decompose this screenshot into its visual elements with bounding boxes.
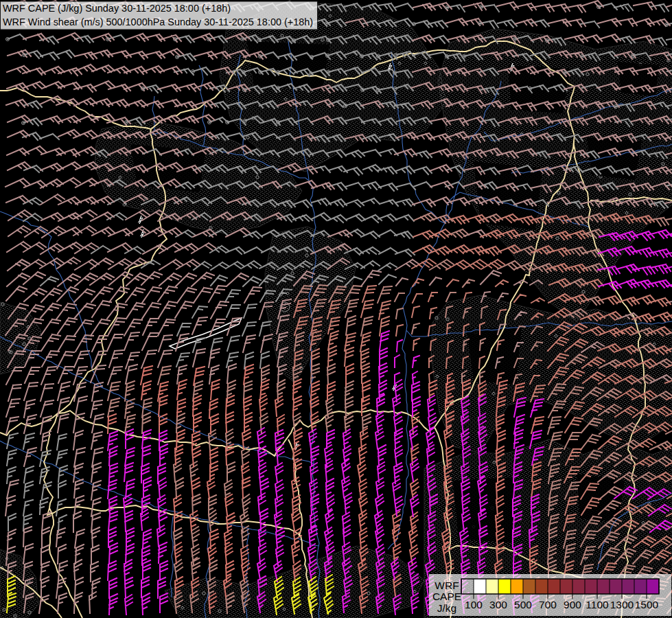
svg-text:900: 900 bbox=[564, 599, 581, 610]
svg-text:700: 700 bbox=[539, 599, 557, 610]
svg-text:1100: 1100 bbox=[586, 599, 609, 610]
svg-text:WRF: WRF bbox=[435, 580, 459, 591]
svg-text:300: 300 bbox=[489, 599, 507, 610]
svg-text:500: 500 bbox=[514, 599, 532, 610]
svg-text:WRF CAPE (J/kg) Sunday 30-11-2: WRF CAPE (J/kg) Sunday 30-11-2025 18:00 … bbox=[3, 2, 231, 14]
svg-text:J/kg: J/kg bbox=[437, 602, 456, 614]
svg-text:CAPE: CAPE bbox=[432, 591, 461, 602]
svg-text:100: 100 bbox=[465, 599, 483, 610]
svg-text:1500: 1500 bbox=[635, 599, 659, 610]
svg-text:WRF Wind shear (m/s) 500/1000h: WRF Wind shear (m/s) 500/1000hPa Sunday … bbox=[3, 16, 313, 27]
svg-text:1300: 1300 bbox=[610, 599, 634, 610]
